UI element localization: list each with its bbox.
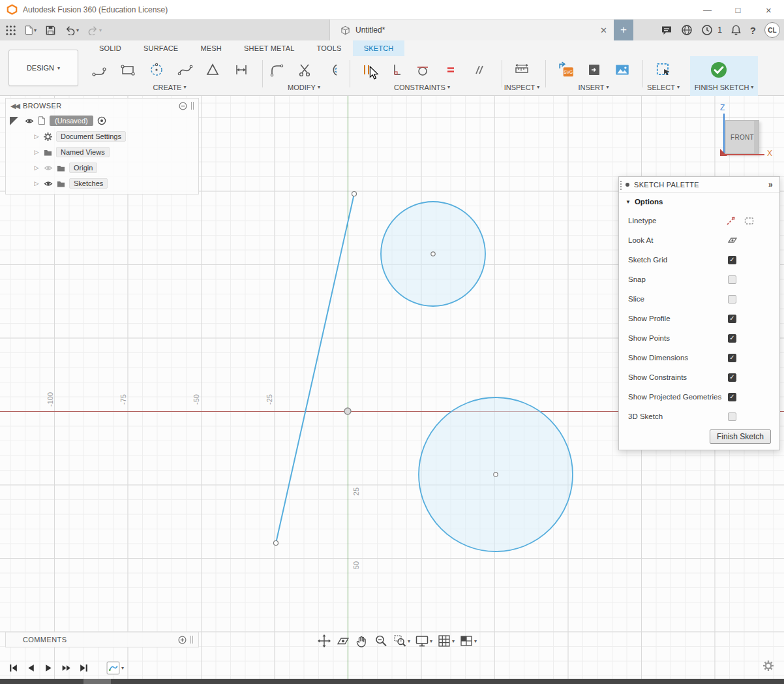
timeline-scrollbar[interactable] [0, 679, 784, 684]
line-endpoint-top[interactable] [352, 192, 357, 196]
show-points-checkbox[interactable] [728, 334, 736, 343]
app-grid-icon[interactable] [5, 25, 16, 36]
workspace-switcher[interactable]: DESIGN▾ [8, 50, 78, 86]
maximize-button[interactable]: □ [723, 0, 753, 20]
inspect-group-label[interactable]: INSPECT▾ [483, 82, 561, 93]
timeline-scrollbar-handle[interactable] [83, 679, 111, 684]
close-tab-icon[interactable]: ✕ [600, 25, 607, 35]
browser-root-row[interactable]: (Unsaved) [6, 113, 198, 129]
tab-tools[interactable]: TOOLS [306, 40, 353, 56]
insert-canvas-button[interactable] [610, 57, 635, 82]
tangent-constraint-button[interactable] [410, 57, 435, 82]
line-endpoint-bottom[interactable] [274, 541, 279, 546]
browser-item-named-views[interactable]: ▷ Named Views [6, 144, 198, 160]
trim-tool-button[interactable] [292, 57, 317, 82]
browser-item-origin[interactable]: ▷ Origin [6, 160, 198, 176]
file-menu-button[interactable]: ▾ [25, 25, 37, 35]
tab-surface[interactable]: SURFACE [132, 40, 189, 56]
zoom-window-button[interactable]: ▾ [393, 634, 410, 648]
timeline-skip-to-start-icon[interactable] [8, 662, 19, 674]
polygon-tool-button[interactable] [200, 57, 225, 82]
viewports-button[interactable]: ▾ [459, 634, 477, 648]
help-icon[interactable]: ? [750, 25, 756, 36]
minimize-button[interactable]: — [692, 0, 723, 20]
look-at-button[interactable] [336, 634, 350, 648]
undo-button[interactable]: ▾ [65, 25, 79, 35]
activate-component-icon[interactable] [97, 116, 106, 125]
expand-triangle-icon[interactable]: ▷ [33, 164, 40, 171]
panel-drag-grip[interactable] [190, 636, 193, 644]
visibility-eye-icon[interactable] [44, 179, 53, 188]
select-tool-button[interactable] [651, 57, 676, 82]
insert-svg-button[interactable]: SVG [554, 57, 579, 82]
comment-icon[interactable] [661, 25, 672, 36]
insert-group-label[interactable]: INSERT▾ [554, 82, 633, 93]
save-icon[interactable] [45, 25, 56, 36]
user-avatar[interactable]: CL [764, 22, 780, 38]
show-profile-checkbox[interactable] [728, 315, 736, 323]
close-button[interactable]: × [753, 0, 784, 20]
sketch-line[interactable] [276, 194, 354, 543]
insert-dxf-button[interactable] [582, 57, 607, 82]
modify-group-label[interactable]: MODIFY▾ [265, 82, 343, 93]
document-tab[interactable]: Untitled* ✕ [329, 20, 614, 40]
display-settings-button[interactable]: ▾ [415, 634, 432, 648]
new-document-tab-button[interactable]: + [614, 20, 633, 40]
show-constraints-checkbox[interactable] [728, 373, 736, 382]
constraints-group-label[interactable]: CONSTRAINTS▾ [376, 82, 468, 93]
comments-panel[interactable]: COMMENTS [5, 632, 199, 647]
measure-tool-button[interactable] [509, 57, 534, 82]
notifications-bell-icon[interactable] [731, 24, 742, 36]
offset-tool-button[interactable] [320, 57, 345, 82]
notification-center[interactable]: 1 [701, 24, 722, 36]
parallel-constraint-button[interactable] [466, 57, 491, 82]
expand-triangle-icon[interactable]: ▷ [33, 149, 40, 155]
construction-linetype-icon[interactable] [725, 215, 736, 226]
visibility-eye-off-icon[interactable] [44, 164, 53, 172]
circle-top-center-point[interactable] [431, 252, 435, 256]
show-projected-geometries-checkbox[interactable] [728, 393, 736, 401]
browser-item-sketches[interactable]: ▷ Sketches [6, 176, 198, 191]
circle-bottom-center-point[interactable] [494, 473, 498, 476]
collapse-panel-icon[interactable]: ◀◀ [10, 102, 19, 110]
spline-tool-button[interactable] [173, 57, 198, 82]
timeline-settings-gear-icon[interactable] [763, 661, 774, 671]
3d-sketch-checkbox[interactable] [728, 412, 736, 421]
job-status-globe-icon[interactable] [681, 24, 693, 36]
snap-checkbox[interactable] [728, 275, 736, 284]
pan-button[interactable] [355, 634, 369, 648]
create-group-label[interactable]: CREATE▾ [130, 82, 209, 93]
expand-triangle-icon[interactable]: ▷ [33, 133, 40, 140]
zoom-button[interactable] [374, 634, 388, 648]
tab-sheet-metal[interactable]: SHEET METAL [233, 40, 306, 56]
dimension-tool-button[interactable] [229, 57, 254, 82]
look-at-icon[interactable] [727, 235, 738, 245]
tab-solid[interactable]: SOLID [88, 40, 132, 56]
equal-constraint-button[interactable] [438, 57, 463, 82]
redo-button[interactable]: ▾ [87, 25, 102, 35]
expand-triangle-icon[interactable]: ▷ [33, 180, 40, 187]
browser-item-document-settings[interactable]: ▷ Document Settings [6, 129, 198, 144]
fillet-tool-button[interactable] [264, 57, 289, 82]
finish-sketch-button[interactable] [706, 57, 731, 82]
viewcube-front-face[interactable]: FRONT [725, 120, 759, 154]
add-comment-icon[interactable] [178, 636, 187, 644]
sketch-palette-header[interactable]: SKETCH PALETTE » [619, 177, 779, 193]
view-cube[interactable]: Z FRONT X [715, 103, 780, 163]
document-name[interactable]: (Unsaved) [50, 116, 93, 126]
slice-checkbox[interactable] [728, 295, 736, 303]
sketch-grid-checkbox[interactable] [728, 256, 736, 264]
orbit-button[interactable] [317, 634, 331, 648]
browser-collapse-all-icon[interactable] [179, 102, 187, 110]
grid-and-snaps-button[interactable]: ▾ [437, 634, 455, 648]
rectangle-tool-button[interactable] [115, 57, 140, 82]
options-section-header[interactable]: ▼ Options [619, 193, 779, 211]
timeline-sketch-feature[interactable]: ▾ [106, 661, 124, 675]
timeline-step-forward-icon[interactable] [61, 662, 72, 674]
timeline-play-icon[interactable] [43, 662, 54, 674]
visibility-eye-icon[interactable] [25, 117, 34, 125]
circle-tool-button[interactable] [144, 57, 169, 82]
line-tool-button[interactable] [87, 57, 112, 82]
finish-sketch-group-label[interactable]: FINISH SKETCH▾ [686, 82, 762, 93]
collapse-palette-icon[interactable]: » [768, 180, 773, 189]
